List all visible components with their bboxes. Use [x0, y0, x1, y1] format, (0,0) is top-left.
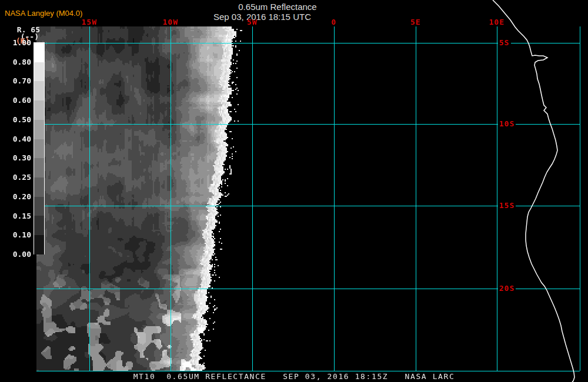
colorbar-tick-label: 0.30 — [0, 154, 31, 162]
colorbar-segment — [34, 43, 44, 62]
colorbar-segment — [34, 81, 44, 100]
colorbar-tick-label: 0.20 — [0, 192, 31, 200]
longitude-label-5E: 5E — [410, 18, 421, 26]
longitude-label-10W: 10W — [163, 18, 178, 26]
latitude-label-20S: 20S — [498, 284, 516, 293]
footer-caption: MT10 0.65UM REFLECTANCE SEP 03, 2016 18:… — [0, 372, 588, 381]
longitude-label-15W: 15W — [82, 18, 97, 26]
colorbar-segment — [34, 100, 44, 120]
latitude-label-10S: 10S — [498, 120, 516, 128]
colorbar-tick-label: 0.50 — [0, 115, 31, 123]
colorbar-segment — [34, 158, 44, 177]
longitude-label-5W: 5W — [247, 18, 258, 26]
colorbar-tick-label: 0.40 — [0, 135, 31, 142]
colorbar-tick-label: 0.25 — [0, 173, 31, 181]
colorbar-segment — [34, 197, 44, 216]
colorbar-segment — [34, 235, 44, 254]
satellite-viewer: NASA Langley (M04.0) 0.65um Reflectance … — [0, 0, 588, 382]
colorbar-segment — [34, 177, 44, 197]
colorbar-segment — [34, 139, 44, 159]
colorbar-tick-label: 0.00 — [0, 250, 31, 258]
colorbar-segment — [34, 62, 44, 82]
coastline-africa — [493, 0, 574, 382]
colorbar-tick-label: 0.80 — [0, 58, 31, 65]
colorbar-segment — [34, 120, 44, 139]
colorbar-tick-label: 0.60 — [0, 96, 31, 104]
latitude-label-15S: 15S — [498, 202, 516, 210]
colorbar-tick-label: 0.10 — [0, 231, 31, 239]
longitude-label-10E: 10E — [489, 18, 505, 26]
colorbar-tick-label: 1.00 — [0, 39, 31, 46]
longitude-label-0: 0 — [332, 18, 337, 26]
colorbar-tick-label: 0.15 — [0, 212, 31, 219]
map-grid-overlay — [0, 0, 588, 382]
latitude-label-5S: 5S — [498, 39, 511, 47]
colorbar-segment — [34, 216, 44, 235]
colorbar-scale — [34, 42, 45, 254]
colorbar-tick-label: 0.70 — [0, 77, 31, 85]
